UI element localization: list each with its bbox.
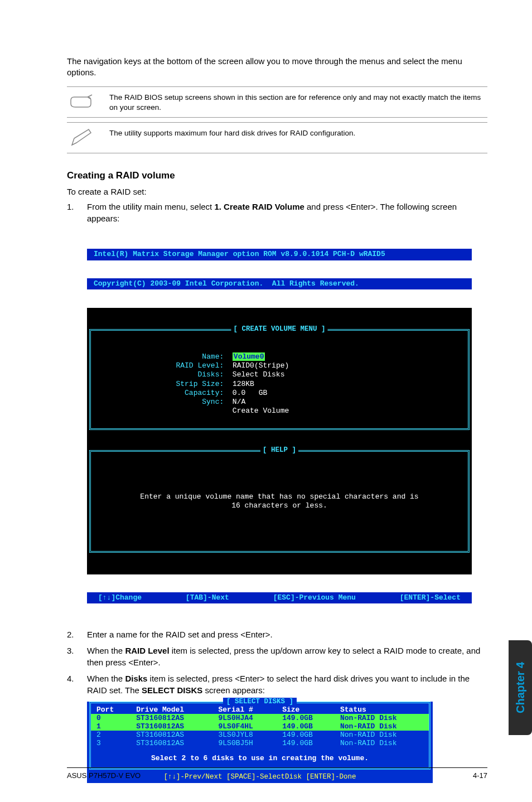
box-title: [ HELP ]: [260, 446, 298, 455]
disk-row[interactable]: 2ST3160812AS3LS0JYL8149.0GBNon-RAID Disk: [91, 731, 429, 739]
label: RAID Level:: [176, 361, 224, 370]
cell-status: Non-RAID Disk: [335, 731, 429, 739]
volume-name-field[interactable]: Volume0: [233, 352, 265, 361]
field-name: Disks: [125, 674, 147, 683]
key-hint: [TAB]-Next: [186, 593, 229, 602]
note-text: The RAID BIOS setup screens shown in thi…: [109, 91, 487, 113]
key-hint: [↑↓]Change: [98, 593, 142, 602]
reference-note: The RAID BIOS setup screens shown in thi…: [67, 86, 487, 118]
disk-row[interactable]: 3ST3160812AS9LS0BJ5H149.0GBNon-RAID Disk: [91, 739, 429, 747]
cell-serial: 3LS0JYL8: [213, 731, 277, 739]
bios-create-volume-screen: Intel(R) Matrix Storage Manager option R…: [87, 231, 472, 622]
disk-row[interactable]: 1ST3160812AS9LS0F4HL149.0GBNon-RAID Disk: [91, 722, 429, 731]
label: Sync:: [202, 398, 224, 406]
step-body: When the Disks item is selected, press <…: [87, 673, 487, 696]
text: When the: [87, 646, 125, 655]
disks-instruction: Select 2 to 6 disks to use in creating t…: [91, 754, 429, 762]
cell-size: 149.0GB: [277, 739, 335, 747]
text: From the utility main menu, select: [87, 202, 214, 211]
step-number: 1.: [67, 201, 87, 224]
cell-port: 3: [91, 739, 130, 747]
col-size: Size: [277, 706, 335, 714]
step-2: 2. Enter a name for the RAID set and pre…: [67, 629, 487, 640]
step-number: 3.: [67, 645, 87, 668]
section-heading: Creating a RAID volume: [67, 170, 487, 181]
step-body: When the RAID Level item is selected, pr…: [87, 645, 487, 668]
sub-text: To create a RAID set:: [67, 187, 487, 196]
cell-serial: 9LS0F4HL: [213, 722, 277, 731]
capacity-note: The utility supports maximum four hard d…: [67, 122, 487, 153]
cell-serial: 9LS0BJ5H: [213, 739, 277, 747]
cell-model: ST3160812AS: [130, 739, 212, 747]
label: Capacity:: [185, 389, 224, 397]
table-header: Port Drive Model Serial # Size Status: [91, 706, 429, 714]
help-text: 16 characters or less.: [231, 501, 327, 510]
step-body: Enter a name for the RAID set and press …: [87, 629, 487, 640]
cell-size: 149.0GB: [277, 714, 335, 722]
note-text: The utility supports maximum four hard d…: [109, 127, 355, 138]
cell-status: Non-RAID Disk: [335, 722, 429, 731]
cell-model: ST3160812AS: [130, 722, 212, 731]
step-number: 2.: [67, 629, 87, 640]
box-title: [ CREATE VOLUME MENU ]: [231, 325, 327, 334]
raid-level-value[interactable]: RAID0(Stripe): [233, 361, 289, 370]
disks-value[interactable]: Select Disks: [233, 370, 285, 379]
key-hint: [ESC]-Previous Menu: [273, 593, 356, 602]
step-3: 3. When the RAID Level item is selected,…: [67, 645, 487, 668]
cell-model: ST3160812AS: [130, 714, 212, 722]
capacity-value[interactable]: 0.0 GB: [233, 389, 267, 397]
cell-size: 149.0GB: [277, 731, 335, 739]
cell-status: Non-RAID Disk: [335, 714, 429, 722]
help-text: Enter a unique volume name that has no s…: [140, 492, 418, 501]
col-port: Port: [91, 706, 130, 714]
col-serial: Serial #: [213, 706, 277, 714]
intro-text: The navigation keys at the bottom of the…: [67, 56, 487, 79]
field-name: RAID Level: [125, 646, 169, 655]
cell-model: ST3160812AS: [130, 731, 212, 739]
pencil-icon: [67, 127, 96, 148]
label: Name:: [202, 352, 224, 361]
create-volume-action[interactable]: Create Volume: [233, 407, 289, 415]
cell-port: 2: [91, 731, 130, 739]
cell-status: Non-RAID Disk: [335, 739, 429, 747]
help-box: [ HELP ] Enter a unique volume name that…: [89, 450, 470, 553]
step-1: 1. From the utility main menu, select 1.…: [67, 201, 487, 224]
step-body: From the utility main menu, select 1. Cr…: [87, 201, 487, 224]
label: Disks:: [197, 370, 224, 379]
text: screen appears:: [202, 685, 265, 695]
step-4: 4. When the Disks item is selected, pres…: [67, 673, 487, 696]
text: When the: [87, 674, 125, 683]
page-footer: ASUS P7H57D-V EVO 4-17: [67, 767, 487, 780]
sync-value: N/A: [233, 398, 245, 406]
cell-port: 0: [91, 714, 130, 722]
create-volume-box: [ CREATE VOLUME MENU ] Name: Volume0 RAI…: [89, 329, 470, 430]
hand-icon: [67, 91, 96, 109]
col-status: Status: [335, 706, 429, 714]
menu-name: 1. Create RAID Volume: [214, 202, 304, 211]
footer-product: ASUS P7H57D-V EVO: [67, 771, 141, 780]
footer-page-number: 4-17: [473, 771, 487, 780]
bios-title-2: Copyright(C) 2003-09 Intel Corporation. …: [87, 278, 472, 289]
bios-title-1: Intel(R) Matrix Storage Manager option R…: [87, 249, 472, 260]
key-hint: [ENTER]-Select: [400, 593, 461, 602]
cell-port: 1: [91, 722, 130, 731]
disk-row[interactable]: 0ST3160812AS9LS0HJA4149.0GBNon-RAID Disk: [91, 714, 429, 722]
cell-size: 149.0GB: [277, 722, 335, 731]
chapter-tab: Chapter 4: [509, 640, 532, 735]
step-number: 4.: [67, 673, 87, 696]
disks-table: Port Drive Model Serial # Size Status 0S…: [91, 706, 429, 747]
box-title: [ SELECT DISKS ]: [223, 698, 297, 706]
cell-serial: 9LS0HJA4: [213, 714, 277, 722]
strip-size-value[interactable]: 128KB: [233, 380, 254, 388]
screen-name: SELECT DISKS: [142, 685, 202, 695]
bios-footer-keys: [↑↓]Change [TAB]-Next [ESC]-Previous Men…: [87, 592, 472, 603]
label: Strip Size:: [176, 380, 224, 388]
col-model: Drive Model: [130, 706, 212, 714]
